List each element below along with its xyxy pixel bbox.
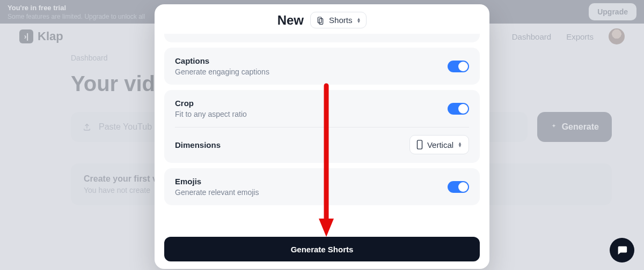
modal-footer: Generate Shorts — [155, 231, 489, 269]
generate-shorts-button[interactable]: Generate Shorts — [164, 237, 480, 261]
chat-icon — [616, 244, 628, 256]
modal-body[interactable]: Captions Generate engaging captions Crop… — [155, 34, 489, 231]
emojis-desc: Generate relevant emojis — [175, 188, 259, 197]
captions-desc: Generate engaging captions — [175, 68, 269, 76]
crop-toggle[interactable] — [448, 103, 469, 115]
setting-captions: Captions Generate engaging captions — [164, 48, 480, 85]
chevron-updown-icon: ▲▼ — [458, 142, 462, 147]
shorts-icon — [316, 16, 325, 25]
dimensions-row: Dimensions Vertical ▲▼ — [175, 127, 469, 154]
crop-title: Crop — [175, 99, 247, 108]
svg-rect-0 — [318, 17, 321, 23]
dimensions-select[interactable]: Vertical ▲▼ — [409, 135, 469, 154]
crop-desc: Fit to any aspect ratio — [175, 110, 247, 118]
svg-rect-1 — [319, 18, 323, 24]
captions-toggle[interactable] — [448, 61, 469, 72]
type-value: Shorts — [329, 16, 352, 25]
chevron-updown-icon: ▲▼ — [356, 18, 361, 23]
dimensions-label: Dimensions — [175, 140, 221, 149]
setting-emojis: Emojis Generate relevant emojis — [164, 168, 480, 205]
phone-icon — [416, 140, 423, 149]
support-chat-button[interactable] — [610, 238, 634, 262]
svg-rect-2 — [417, 140, 422, 149]
captions-title: Captions — [175, 56, 269, 65]
new-shorts-modal: New Shorts ▲▼ Captions Generate engaging… — [155, 4, 489, 269]
setting-crop: Crop Fit to any aspect ratio Dimensions … — [164, 90, 480, 163]
emojis-toggle[interactable] — [448, 181, 469, 193]
dimensions-value: Vertical — [427, 140, 453, 149]
emojis-title: Emojis — [175, 177, 259, 186]
modal-header: New Shorts ▲▼ — [155, 4, 489, 34]
modal-title: New — [277, 13, 304, 28]
previous-setting-edge — [164, 34, 480, 42]
type-select[interactable]: Shorts ▲▼ — [310, 12, 367, 28]
